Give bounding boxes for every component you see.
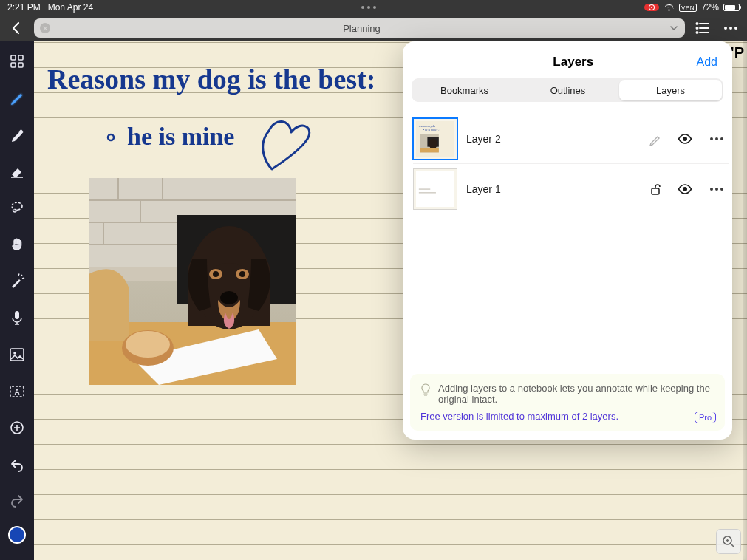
vpn-indicator: VPN — [679, 4, 697, 12]
svg-text:reasons my do: reasons my do — [419, 124, 435, 127]
handwriting-line-2: he is mine — [127, 123, 234, 150]
status-bar: 2:21 PM Mon Apr 24 VPN 72% — [0, 0, 747, 15]
svg-rect-7 — [18, 55, 23, 60]
svg-rect-16 — [15, 311, 19, 319]
svg-point-5 — [697, 32, 698, 33]
svg-line-13 — [21, 275, 22, 276]
image-icon[interactable] — [7, 345, 27, 364]
layer-name-label: Layer 1 — [466, 183, 636, 195]
screen-recording-indicator[interactable] — [644, 4, 659, 11]
wifi-icon — [664, 4, 675, 12]
hand-pan-icon[interactable] — [7, 235, 27, 254]
status-date: Mon Apr 24 — [48, 2, 93, 13]
document-title-field[interactable]: ✕ Planning — [34, 18, 685, 38]
svg-rect-6 — [11, 55, 16, 60]
layer-name-label: Layer 2 — [466, 133, 636, 145]
layer-row[interactable]: reasons my do • he is mine ♡ Layer 2 — [413, 114, 729, 164]
lasso-icon[interactable] — [7, 199, 27, 218]
tip-text: Adding layers to a notebook lets you ann… — [438, 383, 714, 405]
tip-callout: Adding layers to a notebook lets you ann… — [410, 374, 725, 431]
eraser-icon[interactable] — [7, 162, 27, 181]
document-title-text: Planning — [55, 23, 669, 34]
add-shape-icon[interactable] — [7, 418, 27, 437]
svg-point-24 — [108, 134, 114, 140]
nav-bar: ✕ Planning — [0, 15, 747, 41]
svg-point-54 — [429, 139, 437, 148]
status-right: VPN 72% — [644, 2, 740, 13]
add-layer-button[interactable]: Add — [697, 55, 717, 69]
panel-tabs: Bookmarks Outlines Layers — [412, 78, 723, 102]
laser-pointer-icon[interactable] — [7, 272, 27, 291]
heart-doodle-icon — [263, 121, 310, 169]
tab-outlines[interactable]: Outlines — [516, 80, 619, 100]
svg-rect-17 — [10, 349, 24, 361]
layer-row[interactable]: Layer 1 — [413, 164, 729, 214]
record-dot-icon — [649, 4, 655, 10]
svg-text:A: A — [15, 388, 20, 396]
tab-layers[interactable]: Layers — [619, 80, 722, 100]
chevron-down-icon[interactable] — [669, 23, 679, 33]
battery-percent-label: 72% — [701, 2, 719, 13]
svg-rect-9 — [18, 63, 23, 67]
pencil-icon[interactable] — [645, 129, 666, 149]
clear-title-icon[interactable]: ✕ — [40, 23, 50, 33]
svg-point-44 — [220, 291, 238, 304]
svg-point-42 — [213, 271, 219, 277]
svg-rect-55 — [420, 148, 439, 152]
svg-line-14 — [22, 278, 24, 279]
svg-point-61 — [683, 187, 687, 191]
svg-line-46 — [731, 544, 734, 547]
svg-point-18 — [13, 352, 16, 355]
panel-title: Layers — [450, 55, 697, 69]
svg-rect-60 — [652, 188, 659, 194]
status-time: 2:21 PM — [7, 2, 41, 13]
svg-text:• he is mine ♡: • he is mine ♡ — [423, 129, 440, 132]
svg-line-15 — [18, 273, 19, 276]
svg-point-43 — [239, 271, 245, 277]
svg-rect-8 — [11, 63, 16, 67]
layer-more-button[interactable] — [704, 137, 729, 140]
multitask-dots-icon[interactable] — [361, 6, 376, 9]
layer-thumbnail[interactable] — [413, 168, 457, 210]
color-swatch[interactable] — [8, 526, 26, 544]
text-box-icon[interactable]: A — [7, 382, 27, 401]
limit-text: Free version is limited to maximum of 2 … — [420, 411, 714, 422]
zoom-in-button[interactable] — [716, 529, 741, 554]
battery-icon — [723, 4, 740, 11]
eye-visibility-icon[interactable] — [675, 179, 695, 199]
outline-list-icon[interactable] — [692, 18, 713, 38]
svg-point-12 — [12, 202, 22, 210]
eye-visibility-icon[interactable] — [675, 129, 695, 149]
inserted-photo[interactable] — [89, 178, 296, 385]
pen-icon[interactable] — [7, 89, 27, 108]
status-left: 2:21 PM Mon Apr 24 — [7, 2, 93, 13]
unlock-icon[interactable] — [645, 179, 666, 199]
lightbulb-icon — [420, 383, 431, 405]
svg-point-56 — [683, 137, 687, 141]
back-button[interactable] — [6, 18, 27, 38]
more-menu-button[interactable] — [720, 18, 741, 38]
svg-point-38 — [126, 331, 170, 358]
layer-more-button[interactable] — [704, 188, 729, 191]
side-toolbar: A — [0, 41, 34, 560]
layers-panel: Layers Add Bookmarks Outlines Layers rea… — [403, 41, 732, 440]
microphone-icon[interactable] — [7, 308, 27, 327]
handwriting-line-1: Reasons my dog is the best: — [47, 64, 375, 95]
svg-point-4 — [697, 27, 698, 29]
tab-bookmarks[interactable]: Bookmarks — [413, 80, 516, 100]
pro-badge[interactable]: Pro — [695, 412, 716, 423]
redo-button[interactable] — [7, 491, 27, 510]
svg-point-3 — [697, 23, 698, 24]
highlighter-icon[interactable] — [7, 125, 27, 144]
layer-thumbnail[interactable]: reasons my do • he is mine ♡ — [413, 118, 457, 160]
apps-grid-icon[interactable] — [7, 52, 27, 71]
layer-list: reasons my do • he is mine ♡ Layer 2 — [403, 109, 732, 214]
undo-button[interactable] — [7, 455, 27, 474]
page-edge-shadow — [743, 41, 747, 560]
